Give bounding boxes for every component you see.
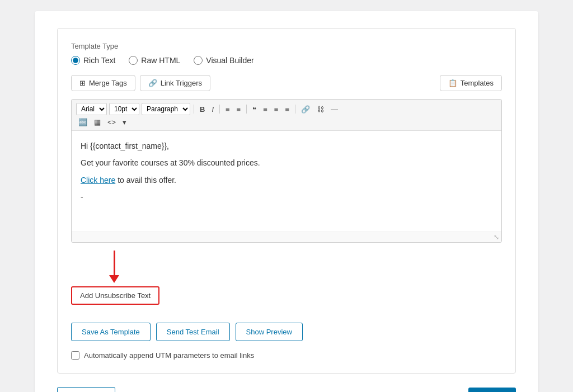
save-as-template-button[interactable]: Save As Template bbox=[71, 323, 151, 341]
code-dropdown-button[interactable]: ▾ bbox=[120, 117, 129, 127]
add-unsubscribe-text-button[interactable]: Add Unsubscribe Text bbox=[71, 286, 159, 305]
radio-visual-builder-input[interactable] bbox=[194, 56, 203, 65]
toolbar-row: ⊞ Merge Tags 🔗 Link Triggers 📋 Templates bbox=[71, 75, 502, 91]
link-triggers-label: Link Triggers bbox=[161, 79, 202, 87]
editor-line-2: Get your favorite courses at 30% discoun… bbox=[81, 157, 492, 169]
radio-raw-html[interactable]: Raw HTML bbox=[129, 56, 180, 65]
editor-resize-handle[interactable]: ⤡ bbox=[72, 232, 501, 242]
source-button[interactable]: 🔤 bbox=[76, 117, 90, 127]
editor-line-3-text: to avail this offer. bbox=[115, 176, 176, 185]
radio-rich-text-input[interactable] bbox=[71, 56, 80, 65]
editor-toolbar-row2: 🔤 ▦ <> ▾ bbox=[76, 117, 497, 127]
template-type-label: Template Type bbox=[71, 42, 502, 50]
templates-icon: 📋 bbox=[448, 79, 457, 87]
next-button[interactable]: Next bbox=[468, 388, 516, 392]
templates-label: Templates bbox=[461, 79, 494, 87]
toolbar-separator-1 bbox=[194, 105, 194, 114]
align-center-button[interactable]: ≡ bbox=[272, 105, 281, 114]
table-button[interactable]: ▦ bbox=[92, 117, 103, 127]
merge-tags-button[interactable]: ⊞ Merge Tags bbox=[71, 75, 135, 91]
nav-buttons: Previous Next bbox=[57, 387, 516, 392]
arrow-head bbox=[109, 275, 119, 283]
red-arrow bbox=[109, 251, 119, 283]
radio-raw-html-input[interactable] bbox=[129, 56, 138, 65]
page-container: Template Type Rich Text Raw HTML Visual … bbox=[35, 11, 538, 392]
templates-button[interactable]: 📋 Templates bbox=[440, 75, 502, 91]
radio-visual-builder-label: Visual Builder bbox=[206, 56, 253, 65]
toolbar-left: ⊞ Merge Tags 🔗 Link Triggers bbox=[71, 75, 210, 91]
toolbar-separator-3 bbox=[246, 105, 247, 114]
show-preview-button[interactable]: Show Preview bbox=[236, 323, 303, 341]
toolbar-separator-4 bbox=[295, 105, 295, 114]
editor-line-3: Click here to avail this offer. bbox=[81, 174, 492, 186]
editor-line-1: Hi {{contact_first_name}}, bbox=[81, 140, 492, 152]
editor-line-4: - bbox=[81, 191, 492, 203]
hr-button[interactable]: — bbox=[328, 105, 340, 114]
utm-checkbox[interactable] bbox=[71, 351, 79, 360]
utm-checkbox-label: Automatically append UTM parameters to e… bbox=[84, 351, 254, 360]
radio-raw-html-label: Raw HTML bbox=[141, 56, 180, 65]
editor-toolbar: Arial 10pt Paragraph B I ≡ ≡ ❝ bbox=[72, 100, 501, 131]
resize-icon: ⤡ bbox=[494, 233, 499, 241]
section-card: Template Type Rich Text Raw HTML Visual … bbox=[57, 28, 516, 374]
paragraph-select[interactable]: Paragraph bbox=[142, 103, 190, 115]
align-left-button[interactable]: ≡ bbox=[261, 105, 270, 114]
send-test-email-button[interactable]: Send Test Email bbox=[156, 323, 230, 341]
italic-button[interactable]: I bbox=[209, 105, 216, 114]
arrow-container bbox=[71, 251, 502, 284]
radio-rich-text[interactable]: Rich Text bbox=[71, 56, 115, 65]
annotation-area: Add Unsubscribe Text bbox=[71, 251, 502, 315]
radio-rich-text-label: Rich Text bbox=[83, 56, 115, 65]
font-family-select[interactable]: Arial bbox=[76, 103, 107, 115]
link-triggers-icon: 🔗 bbox=[148, 79, 157, 87]
link-triggers-button[interactable]: 🔗 Link Triggers bbox=[140, 75, 210, 91]
action-buttons: Save As Template Send Test Email Show Pr… bbox=[71, 323, 502, 341]
merge-tags-icon: ⊞ bbox=[79, 79, 86, 87]
code-button[interactable]: <> bbox=[105, 117, 118, 127]
merge-tags-label: Merge Tags bbox=[89, 79, 127, 87]
editor-body[interactable]: Hi {{contact_first_name}}, Get your favo… bbox=[72, 131, 501, 232]
previous-button[interactable]: Previous bbox=[57, 387, 115, 392]
checkbox-row: Automatically append UTM parameters to e… bbox=[71, 351, 502, 360]
link-button[interactable]: 🔗 bbox=[299, 105, 312, 114]
click-here-link[interactable]: Click here bbox=[81, 176, 115, 185]
font-size-select[interactable]: 10pt bbox=[109, 103, 139, 115]
editor-container: Arial 10pt Paragraph B I ≡ ≡ ❝ bbox=[71, 99, 502, 243]
editor-toolbar-row1: Arial 10pt Paragraph B I ≡ ≡ ❝ bbox=[76, 103, 497, 115]
arrow-shaft bbox=[114, 251, 115, 275]
align-right-button[interactable]: ≡ bbox=[283, 105, 292, 114]
toolbar-separator-2 bbox=[219, 105, 220, 114]
unordered-list-button[interactable]: ≡ bbox=[223, 105, 232, 114]
radio-group: Rich Text Raw HTML Visual Builder bbox=[71, 56, 502, 65]
radio-visual-builder[interactable]: Visual Builder bbox=[194, 56, 253, 65]
bold-button[interactable]: B bbox=[198, 105, 207, 114]
blockquote-button[interactable]: ❝ bbox=[250, 105, 259, 114]
unlink-button[interactable]: ⛓ bbox=[314, 105, 326, 114]
ordered-list-button[interactable]: ≡ bbox=[234, 105, 243, 114]
